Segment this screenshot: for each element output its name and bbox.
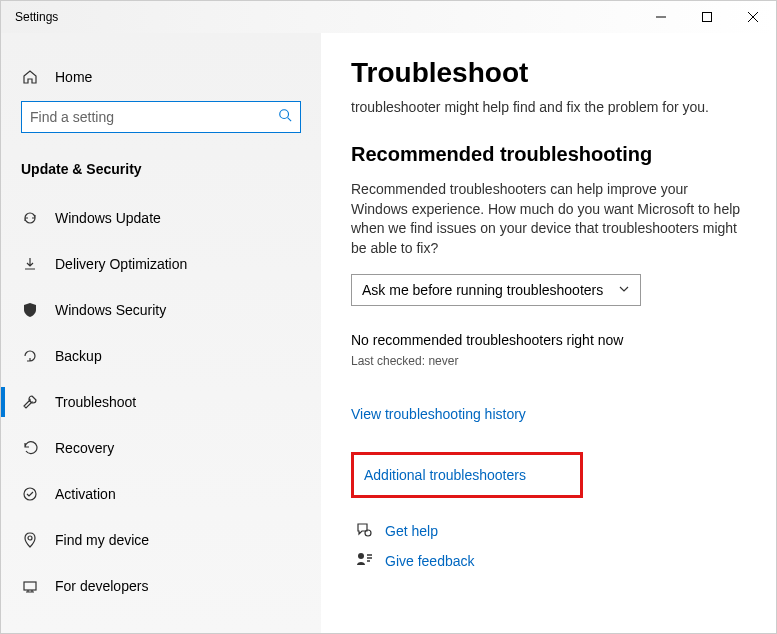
section-heading: Recommended troubleshooting (351, 143, 746, 166)
search-input[interactable] (30, 109, 278, 125)
chevron-down-icon (618, 283, 630, 298)
sidebar-item-label: Backup (55, 348, 102, 364)
home-label: Home (55, 69, 92, 85)
recovery-icon (21, 440, 39, 456)
status-text: No recommended troubleshooters right now (351, 332, 746, 348)
get-help-link[interactable]: Get help (351, 516, 746, 546)
developers-icon (21, 578, 39, 594)
last-checked-text: Last checked: never (351, 354, 746, 368)
main-content: Troubleshoot troubleshooter might help f… (321, 33, 776, 633)
give-feedback-link[interactable]: Give feedback (351, 546, 746, 576)
sidebar-item-label: Troubleshoot (55, 394, 136, 410)
recommendation-dropdown[interactable]: Ask me before running troubleshooters (351, 274, 641, 306)
minimize-button[interactable] (638, 1, 684, 33)
check-circle-icon (21, 486, 39, 502)
window-title: Settings (1, 10, 58, 24)
shield-icon (21, 302, 39, 318)
sidebar-item-backup[interactable]: Backup (1, 333, 321, 379)
home-icon (21, 69, 39, 85)
svg-point-6 (358, 553, 364, 559)
location-icon (21, 532, 39, 548)
sidebar-item-windows-security[interactable]: Windows Security (1, 287, 321, 333)
svg-point-1 (280, 110, 289, 119)
wrench-icon (21, 394, 39, 410)
sidebar-item-label: Windows Update (55, 210, 161, 226)
home-nav[interactable]: Home (1, 63, 321, 91)
search-icon (278, 108, 292, 126)
sidebar-item-label: For developers (55, 578, 148, 594)
sync-icon (21, 210, 39, 226)
sidebar-item-windows-update[interactable]: Windows Update (1, 195, 321, 241)
dropdown-value: Ask me before running troubleshooters (362, 282, 603, 298)
page-subline: troubleshooter might help find and fix t… (351, 99, 746, 115)
sidebar-item-label: Recovery (55, 440, 114, 456)
svg-point-3 (28, 536, 32, 540)
feedback-icon (355, 551, 373, 572)
additional-troubleshooters-link[interactable]: Additional troubleshooters (364, 467, 526, 483)
svg-point-5 (365, 530, 371, 536)
svg-point-2 (24, 488, 36, 500)
sidebar-item-label: Delivery Optimization (55, 256, 187, 272)
sidebar-item-delivery-optimization[interactable]: Delivery Optimization (1, 241, 321, 287)
help-icon (355, 521, 373, 542)
maximize-button[interactable] (684, 1, 730, 33)
help-label: Get help (385, 523, 438, 539)
close-button[interactable] (730, 1, 776, 33)
sidebar-item-troubleshoot[interactable]: Troubleshoot (1, 379, 321, 425)
view-history-link[interactable]: View troubleshooting history (351, 406, 746, 422)
download-icon (21, 256, 39, 272)
page-title: Troubleshoot (351, 57, 746, 89)
sidebar-item-label: Find my device (55, 532, 149, 548)
sidebar-item-for-developers[interactable]: For developers (1, 563, 321, 609)
search-box[interactable] (21, 101, 301, 133)
highlighted-link-box: Additional troubleshooters (351, 452, 583, 498)
sidebar-item-label: Windows Security (55, 302, 166, 318)
sidebar-item-activation[interactable]: Activation (1, 471, 321, 517)
titlebar: Settings (1, 1, 776, 33)
sidebar-item-label: Activation (55, 486, 116, 502)
category-header: Update & Security (1, 133, 321, 195)
svg-rect-4 (24, 582, 36, 590)
sidebar-item-find-my-device[interactable]: Find my device (1, 517, 321, 563)
sidebar-item-recovery[interactable]: Recovery (1, 425, 321, 471)
svg-rect-0 (703, 13, 712, 22)
feedback-label: Give feedback (385, 553, 475, 569)
backup-icon (21, 348, 39, 364)
section-text: Recommended troubleshooters can help imp… (351, 180, 746, 258)
sidebar: Home Update & Security Windows Update De… (1, 33, 321, 633)
